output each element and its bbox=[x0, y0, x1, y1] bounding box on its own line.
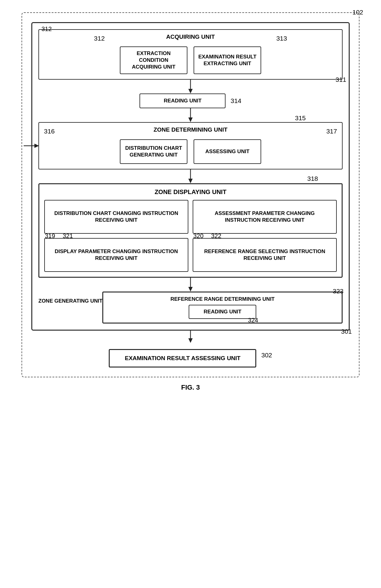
acquiring-inner: EXTRACTION CONDITION ACQUIRING UNIT EXAM… bbox=[44, 46, 337, 74]
reading-unit-ref-wrapper: READING UNIT 324 bbox=[189, 305, 256, 319]
ref-323: 323 bbox=[333, 288, 344, 295]
ref-range-select-wrapper: 320 322 REFERENCE RANGE SELECTING INSTRU… bbox=[193, 238, 337, 272]
ref-range-determining-box: 323 REFERENCE RANGE DETERMINING UNIT REA… bbox=[102, 292, 343, 324]
reading-unit-inner: READING UNIT 324 bbox=[108, 305, 337, 319]
svg-marker-9 bbox=[188, 287, 193, 292]
zone-gen-row: ZONE GENERATING UNIT 323 REFERENCE RANGE… bbox=[38, 292, 343, 324]
reading-unit-row: READING UNIT 314 bbox=[38, 93, 343, 108]
assessment-param-changing-box: ASSESSMENT PARAMETER CHANGING INSTRUCTIO… bbox=[193, 200, 337, 234]
svg-marker-1 bbox=[188, 89, 193, 93]
arrow-reading-to-zone-det bbox=[187, 108, 194, 122]
fig-label: FIG. 3 bbox=[15, 383, 366, 391]
zone-gen-right: 323 REFERENCE RANGE DETERMINING UNIT REA… bbox=[102, 292, 343, 324]
extraction-condition-box: EXTRACTION CONDITION ACQUIRING UNIT bbox=[120, 46, 187, 74]
ref-301: 301 bbox=[341, 328, 352, 335]
svg-marker-5 bbox=[34, 144, 39, 148]
arrow-to-exam-result bbox=[31, 331, 350, 343]
reading-unit-inner-box: READING UNIT bbox=[189, 305, 256, 319]
examination-result-assessing-box: EXAMINATION RESULT ASSESSING UNIT bbox=[109, 349, 256, 368]
left-arrow-svg bbox=[24, 143, 39, 149]
ref-316-label: 316 bbox=[44, 128, 55, 135]
ref-311: 311 bbox=[336, 76, 346, 83]
ref-302: 302 bbox=[261, 352, 272, 359]
svg-marker-11 bbox=[188, 338, 193, 343]
ref-314: 314 bbox=[230, 97, 241, 105]
main-container: 312 312 ACQUIRING UNIT 313 EXTRACTION CO… bbox=[31, 22, 350, 331]
ref-324: 324 bbox=[248, 317, 258, 324]
zone-determining-box: 316 ZONE DETERMINING UNIT 317 DISTRIBUTI… bbox=[38, 122, 343, 169]
reading-unit-box: READING UNIT bbox=[139, 93, 226, 108]
ref-range-selecting-box: REFERENCE RANGE SELECTING INSTRUCTION RE… bbox=[193, 238, 337, 272]
arrow-acq-to-reading bbox=[187, 80, 194, 93]
zone-displaying-unit: ZONE DISPLAYING UNIT DISTRIBUTION CHART … bbox=[38, 183, 343, 278]
ref-317-label: 317 bbox=[326, 128, 337, 135]
arrow-zone-det-to-zone-disp bbox=[187, 169, 194, 183]
ref-313-label: 313 bbox=[276, 35, 287, 42]
zone-gen-left: ZONE GENERATING UNIT bbox=[38, 292, 102, 304]
ref-312-label: 312 bbox=[94, 35, 105, 42]
dist-chart-changing-box: DISTRIBUTION CHART CHANGING INSTRUCTION … bbox=[44, 200, 188, 234]
arrow-zone-disp-to-ref-range bbox=[38, 278, 343, 292]
assessing-unit-box: ASSESSING UNIT bbox=[194, 139, 261, 164]
examination-result-extracting-box: EXAMINATION RESULT EXTRACTING UNIT bbox=[194, 46, 261, 74]
acquiring-unit-title: ACQUIRING UNIT bbox=[166, 34, 215, 40]
left-arrow-input bbox=[24, 143, 39, 149]
display-param-wrapper: 319 321 DISPLAY PARAMETER CHANGING INSTR… bbox=[44, 238, 188, 272]
ref-312: 312 bbox=[41, 26, 52, 33]
outer-container: 102 312 312 ACQUIRING UNIT 313 EXTRACTIO… bbox=[22, 12, 359, 377]
exam-result-row: EXAMINATION RESULT ASSESSING UNIT 302 bbox=[31, 343, 350, 368]
ref-range-title: REFERENCE RANGE DETERMINING UNIT bbox=[108, 296, 337, 302]
acquiring-unit-box: 312 312 ACQUIRING UNIT 313 EXTRACTION CO… bbox=[38, 29, 343, 80]
zone-determining-title: ZONE DETERMINING UNIT bbox=[154, 126, 228, 133]
svg-marker-7 bbox=[188, 179, 193, 183]
ref-102: 102 bbox=[352, 9, 363, 16]
ref-318: 318 bbox=[307, 175, 318, 182]
zone-determining-inner: DISTRIBUTION CHART GENERATING UNIT ASSES… bbox=[44, 139, 337, 164]
zone-displaying-title: ZONE DISPLAYING UNIT bbox=[44, 189, 337, 196]
display-param-changing-box: DISPLAY PARAMETER CHANGING INSTRUCTION R… bbox=[44, 238, 188, 272]
zone-gen-label: ZONE GENERATING UNIT bbox=[38, 298, 102, 304]
svg-marker-3 bbox=[188, 117, 193, 122]
ref-315: 315 bbox=[295, 114, 306, 122]
zone-displaying-grid: DISTRIBUTION CHART CHANGING INSTRUCTION … bbox=[44, 200, 337, 272]
distribution-chart-gen-box: DISTRIBUTION CHART GENERATING UNIT bbox=[120, 139, 187, 164]
